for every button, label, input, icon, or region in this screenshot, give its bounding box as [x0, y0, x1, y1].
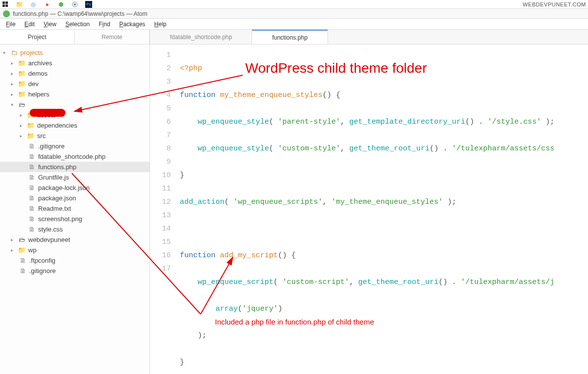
- tree-item-packagelock[interactable]: 🗎 package-lock.json: [0, 183, 150, 193]
- folder-icon: 📁: [18, 246, 26, 254]
- file-icon: 🗎: [28, 153, 36, 160]
- tree-item-demos[interactable]: ▸ 📁 demos: [0, 68, 150, 79]
- svg-rect-3: [5, 4, 8, 7]
- file-icon: 🗎: [19, 267, 27, 275]
- atom-app-icon: [3, 10, 10, 17]
- file-icon: 🗎: [28, 174, 36, 181]
- folder-icon: 📁: [18, 91, 26, 98]
- tree-item-functions[interactable]: 🗎 functions.php: [0, 162, 150, 172]
- tree-item-dependencies[interactable]: ▸ 📁 dependencies: [0, 120, 150, 131]
- editor-tab-functions[interactable]: functions.php: [252, 30, 327, 44]
- file-icon: 🗎: [28, 163, 36, 171]
- folder-icon: 📁: [27, 122, 35, 129]
- tree-label: assets: [37, 111, 56, 119]
- file-icon: 🗎: [28, 205, 36, 212]
- tree-label: .ftpconfig: [29, 257, 55, 264]
- file-icon: 🗎: [28, 142, 36, 150]
- tree-label: archives: [28, 59, 52, 67]
- code-editor[interactable]: 1234567891011121314151617 <?php function…: [150, 45, 588, 374]
- tree-item-dev[interactable]: ▸ 📁 dev: [0, 79, 150, 89]
- tree-item-gitignore2[interactable]: 🗎 .gitignore: [0, 266, 150, 276]
- tree-label: package-lock.json: [38, 184, 90, 191]
- svg-rect-1: [5, 1, 8, 4]
- tree-label: webdevpuneet: [28, 236, 70, 243]
- tree-item-gitignore[interactable]: 🗎 .gitignore: [0, 141, 150, 151]
- tree-label: Gruntfile.js: [38, 174, 69, 181]
- editor-area: fdatable_shortcode.php functions.php 123…: [150, 30, 588, 374]
- tree-label: screenshot.png: [38, 215, 82, 223]
- explorer-icon[interactable]: 📁: [16, 1, 23, 8]
- tree-item-package[interactable]: 🗎 package.json: [0, 193, 150, 203]
- menu-view[interactable]: View: [40, 20, 60, 29]
- menu-find[interactable]: Find: [95, 20, 114, 29]
- chevron-right-icon: ▸: [20, 112, 26, 118]
- tree-label: package.json: [38, 194, 76, 202]
- sidebar: Project Remote ▾ 🗀 projects ▸ 📁 archives…: [0, 30, 150, 374]
- tree-label: Readme.txt: [38, 205, 71, 212]
- folder-icon: 📁: [18, 70, 26, 77]
- tree-item-webdevpuneet[interactable]: ▸ 🗁 webdevpuneet: [0, 234, 150, 245]
- chevron-down-icon: ▾: [11, 102, 17, 107]
- code-content[interactable]: <?php function my_theme_enqueue_styles()…: [177, 45, 588, 374]
- tree-item-archives[interactable]: ▸ 📁 archives: [0, 58, 150, 68]
- file-icon: 🗎: [28, 184, 36, 191]
- menubar: File Edit View Selection Find Packages H…: [0, 19, 588, 30]
- chevron-right-icon: ▸: [11, 60, 17, 66]
- atom-icon[interactable]: ⬢: [57, 1, 64, 8]
- menu-file[interactable]: File: [2, 20, 19, 29]
- tree-label: dependencies: [37, 122, 77, 129]
- menu-edit[interactable]: Edit: [20, 20, 39, 29]
- menu-selection[interactable]: Selection: [61, 20, 94, 29]
- tree-item-redacted[interactable]: ▾ 🗁: [0, 99, 150, 110]
- chrome-icon[interactable]: [71, 1, 78, 8]
- tree-item-helpers[interactable]: ▸ 📁 helpers: [0, 89, 150, 99]
- file-icon: 🗎: [28, 215, 36, 223]
- tree-label: fdatable_shortcode.php: [38, 153, 106, 160]
- chevron-down-icon: ▾: [3, 50, 9, 55]
- tree-label: projects: [20, 49, 43, 56]
- tree-item-src[interactable]: ▸ 📁 src: [0, 131, 150, 141]
- menu-packages[interactable]: Packages: [115, 20, 150, 29]
- file-icon: 🗎: [19, 257, 27, 264]
- panel-tab-remote[interactable]: Remote: [75, 30, 150, 44]
- folder-icon: 🗁: [18, 236, 26, 243]
- folder-icon: 📁: [18, 59, 26, 67]
- editor-tab-fdatable[interactable]: fdatable_shortcode.php: [150, 30, 252, 44]
- tree-item-fdatable[interactable]: 🗎 fdatable_shortcode.php: [0, 151, 150, 162]
- editor-tabs: fdatable_shortcode.php functions.php: [150, 30, 588, 45]
- tree-label: style.css: [38, 226, 63, 233]
- tree-item-screenshot[interactable]: 🗎 screenshot.png: [0, 214, 150, 224]
- folder-icon: 🗀: [10, 49, 18, 56]
- tree-item-readme[interactable]: 🗎 Readme.txt: [0, 203, 150, 214]
- app-icon-red[interactable]: ●: [44, 1, 51, 8]
- chevron-right-icon: ▸: [20, 123, 26, 128]
- tree-item-stylecss[interactable]: 🗎 style.css: [0, 224, 150, 234]
- panel-tab-project[interactable]: Project: [0, 30, 75, 44]
- svg-point-5: [74, 3, 76, 5]
- file-tree: ▾ 🗀 projects ▸ 📁 archives ▸ 📁 demos ▸ 📁 …: [0, 45, 150, 374]
- chrome-dev-icon[interactable]: ◎: [30, 1, 37, 8]
- tree-label: src: [37, 132, 46, 140]
- tree-item-assets[interactable]: ▸ 📁 assets: [0, 110, 150, 120]
- folder-icon: 🗁: [18, 101, 26, 108]
- chevron-right-icon: ▸: [11, 92, 17, 97]
- tree-item-wp[interactable]: ▸ 📁 wp: [0, 245, 150, 255]
- os-taskbar: 📁 ◎ ● ⬢ Ps WEBDEVPUNEET.COM: [0, 0, 588, 9]
- chevron-right-icon: ▸: [11, 71, 17, 76]
- folder-icon: 📁: [27, 132, 35, 140]
- windows-start-icon[interactable]: [2, 1, 9, 8]
- chevron-right-icon: ▸: [11, 81, 17, 87]
- file-icon: 🗎: [28, 194, 36, 202]
- tree-root[interactable]: ▾ 🗀 projects: [0, 47, 150, 58]
- chevron-right-icon: ▸: [11, 247, 17, 253]
- tree-item-ftpconfig[interactable]: 🗎 .ftpconfig: [0, 255, 150, 266]
- photoshop-icon[interactable]: Ps: [85, 1, 92, 8]
- titlebar: functions.php — C:\wamp64\www\projects —…: [0, 9, 588, 19]
- tree-label: wp: [28, 246, 37, 254]
- chevron-right-icon: ▸: [20, 133, 26, 139]
- tree-item-gruntfile[interactable]: 🗎 Gruntfile.js: [0, 172, 150, 183]
- tree-label: helpers: [28, 91, 50, 98]
- file-icon: 🗎: [28, 226, 36, 233]
- menu-help[interactable]: Help: [150, 20, 170, 29]
- svg-rect-0: [2, 1, 5, 4]
